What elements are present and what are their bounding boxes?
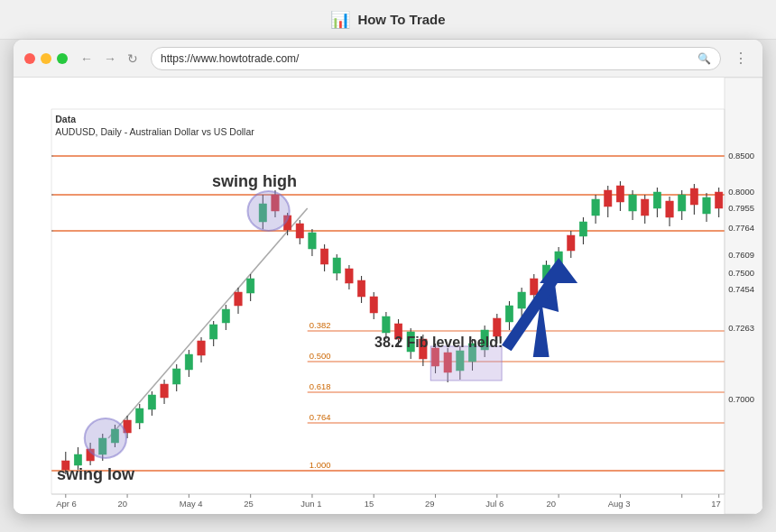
chart-svg: Apr 6 20 May 4 25 Jun 1 15 29 Jul 6 20 A…	[14, 78, 762, 514]
svg-rect-64	[383, 316, 390, 333]
svg-rect-70	[420, 339, 427, 359]
chart-area: Apr 6 20 May 4 25 Jun 1 15 29 Jul 6 20 A…	[14, 78, 762, 514]
svg-text:20: 20	[546, 500, 556, 509]
svg-rect-106	[642, 199, 649, 216]
svg-text:0.7500: 0.7500	[728, 269, 754, 278]
svg-text:0.7955: 0.7955	[728, 204, 754, 213]
svg-text:0.7263: 0.7263	[728, 324, 754, 333]
svg-rect-14	[74, 454, 81, 465]
svg-rect-86	[518, 292, 525, 308]
maximize-button[interactable]	[57, 53, 68, 64]
svg-text:0.7764: 0.7764	[728, 224, 754, 233]
svg-rect-118	[715, 192, 722, 208]
svg-text:May 4: May 4	[180, 500, 203, 509]
svg-rect-26	[148, 395, 155, 409]
svg-text:0.7454: 0.7454	[728, 285, 754, 294]
svg-text:29: 29	[425, 500, 435, 509]
svg-rect-34	[198, 341, 205, 355]
svg-rect-12	[62, 461, 69, 470]
svg-rect-54	[320, 249, 328, 264]
svg-rect-108	[653, 192, 661, 208]
svg-rect-84	[505, 306, 513, 322]
svg-rect-110	[666, 201, 673, 217]
svg-rect-82	[494, 318, 501, 336]
svg-rect-30	[173, 369, 180, 384]
svg-rect-42	[246, 279, 254, 293]
svg-rect-68	[407, 332, 414, 352]
svg-point-165	[248, 191, 290, 231]
svg-rect-40	[235, 292, 242, 306]
forward-button[interactable]: →	[100, 50, 120, 68]
svg-text:0.7000: 0.7000	[728, 395, 754, 404]
svg-text:Jun 1: Jun 1	[300, 500, 321, 509]
back-button[interactable]: ←	[77, 50, 97, 68]
svg-rect-98	[592, 199, 599, 216]
svg-rect-60	[357, 280, 365, 297]
svg-rect-114	[690, 188, 697, 205]
url-text: https://www.howtotrade.com/	[161, 52, 692, 65]
svg-text:25: 25	[244, 500, 254, 509]
minimize-button[interactable]	[41, 53, 51, 64]
svg-text:Jul 6: Jul 6	[485, 500, 503, 509]
svg-text:20: 20	[118, 500, 128, 509]
site-title: How To Trade	[357, 12, 445, 27]
svg-rect-36	[209, 325, 217, 339]
svg-point-166	[85, 418, 126, 458]
svg-text:Apr 6: Apr 6	[56, 500, 77, 509]
svg-text:1.000: 1.000	[309, 461, 331, 470]
svg-rect-58	[346, 269, 353, 283]
svg-rect-50	[296, 224, 303, 238]
svg-rect-28	[161, 384, 168, 398]
close-button[interactable]	[24, 53, 35, 64]
svg-text:0.8000: 0.8000	[728, 188, 754, 197]
svg-rect-52	[309, 233, 316, 249]
svg-text:0.7609: 0.7609	[728, 251, 754, 260]
browser-window: ← → ↻ https://www.howtotrade.com/ 🔍 ⋮	[14, 40, 762, 514]
search-icon: 🔍	[697, 52, 711, 65]
svg-text:AUDUSD, Daily - Australian Dol: AUDUSD, Daily - Australian Dollar vs US …	[55, 127, 254, 137]
svg-rect-167	[430, 346, 502, 381]
svg-rect-24	[136, 408, 143, 423]
svg-rect-116	[703, 197, 710, 214]
svg-text:0.8500: 0.8500	[728, 151, 754, 161]
svg-text:0.500: 0.500	[309, 352, 331, 361]
svg-text:Data: Data	[55, 115, 76, 124]
svg-text:0.382: 0.382	[309, 321, 331, 330]
svg-rect-96	[579, 222, 587, 236]
browser-chrome: ← → ↻ https://www.howtotrade.com/ 🔍 ⋮	[14, 40, 762, 78]
svg-text:0.618: 0.618	[309, 382, 331, 391]
nav-buttons: ← → ↻	[77, 50, 142, 68]
traffic-lights	[24, 53, 68, 64]
svg-rect-100	[605, 190, 612, 206]
logo-icon: 📊	[330, 10, 350, 30]
svg-rect-1	[725, 78, 762, 514]
address-bar[interactable]: https://www.howtotrade.com/ 🔍	[151, 47, 721, 70]
svg-rect-62	[370, 297, 377, 313]
svg-rect-38	[222, 309, 229, 323]
svg-text:Aug 3: Aug 3	[608, 500, 631, 509]
svg-rect-66	[394, 324, 402, 339]
svg-rect-88	[531, 279, 538, 295]
svg-text:17: 17	[711, 500, 721, 509]
svg-rect-32	[185, 354, 192, 370]
svg-text:15: 15	[365, 500, 374, 509]
refresh-button[interactable]: ↻	[124, 50, 142, 68]
svg-rect-56	[333, 258, 340, 273]
browser-menu-button[interactable]: ⋮	[730, 50, 752, 67]
svg-rect-0	[14, 78, 762, 514]
svg-rect-102	[616, 186, 624, 202]
svg-rect-104	[629, 195, 636, 211]
svg-rect-94	[568, 235, 575, 251]
svg-text:0.764: 0.764	[309, 413, 331, 422]
top-bar: 📊 How To Trade	[0, 0, 776, 40]
svg-rect-112	[678, 195, 685, 211]
